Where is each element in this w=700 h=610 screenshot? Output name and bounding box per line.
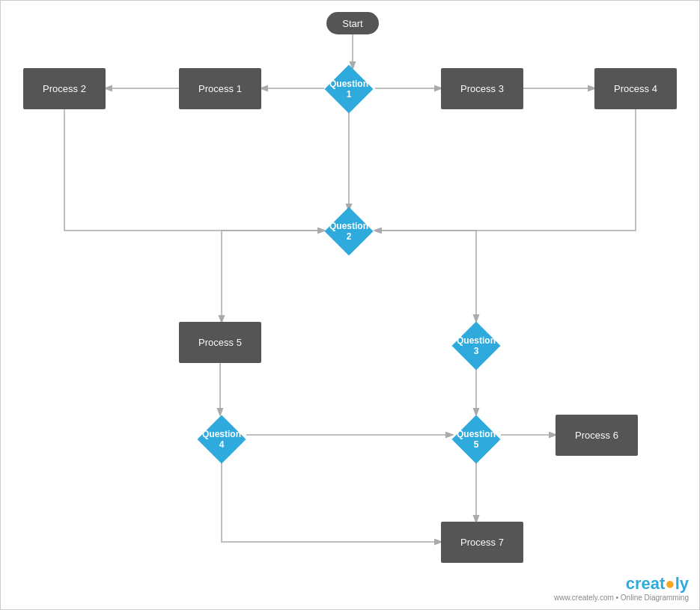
flowchart-canvas: Start Process 1 Process 2 Process 3 Proc… bbox=[0, 0, 700, 610]
creately-sub: www.creately.com • Online Diagramming bbox=[554, 594, 689, 602]
process6-node[interactable]: Process 6 bbox=[556, 415, 638, 456]
process5-node[interactable]: Process 5 bbox=[179, 322, 261, 363]
creately-footer: creat●ly www.creately.com • Online Diagr… bbox=[554, 574, 689, 602]
question2-wrapper[interactable]: Question2 bbox=[324, 207, 374, 256]
process2-node[interactable]: Process 2 bbox=[23, 68, 106, 109]
question5-wrapper[interactable]: Question5 bbox=[451, 415, 501, 464]
process1-node[interactable]: Process 1 bbox=[179, 68, 261, 109]
process1-label: Process 1 bbox=[198, 83, 242, 94]
process3-label: Process 3 bbox=[460, 83, 504, 94]
start-node[interactable]: Start bbox=[326, 12, 379, 34]
creately-dot: ● bbox=[665, 574, 675, 593]
process3-node[interactable]: Process 3 bbox=[441, 68, 523, 109]
process7-label: Process 7 bbox=[460, 537, 504, 548]
creately-logo: creat●ly bbox=[554, 574, 689, 594]
process7-node[interactable]: Process 7 bbox=[441, 522, 523, 563]
process4-label: Process 4 bbox=[614, 83, 657, 94]
question4-wrapper[interactable]: Question4 bbox=[197, 415, 246, 464]
process6-label: Process 6 bbox=[575, 430, 618, 441]
question1-wrapper[interactable]: Question1 bbox=[324, 64, 374, 114]
process5-label: Process 5 bbox=[198, 337, 242, 348]
process4-node[interactable]: Process 4 bbox=[594, 68, 677, 109]
question3-wrapper[interactable]: Question3 bbox=[451, 321, 501, 370]
start-label: Start bbox=[342, 18, 362, 29]
process2-label: Process 2 bbox=[43, 83, 86, 94]
